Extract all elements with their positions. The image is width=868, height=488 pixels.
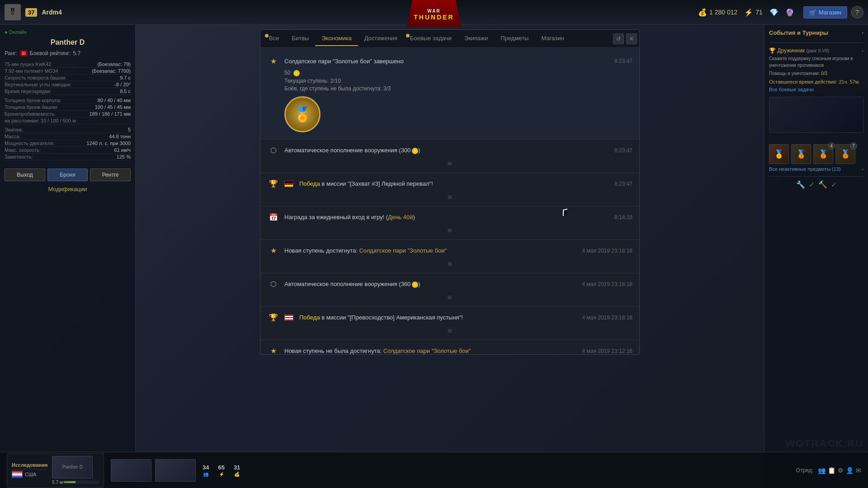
- armor-turret-value: 100 / 45 / 45 мм: [95, 104, 131, 110]
- expand-6: ≋: [267, 293, 632, 302]
- squad-icon-1[interactable]: 👥: [818, 467, 826, 474]
- notif-row-2: ⬡ Автоматическое пополнение вооружения (…: [267, 144, 420, 157]
- traverse-value: 9.7 с: [120, 75, 131, 80]
- ammo-icon-6: ⬡: [267, 278, 280, 291]
- online-indicator: ● Онлайн: [5, 29, 131, 35]
- tab-battles[interactable]: Битвы: [285, 31, 315, 46]
- items-thumbnails: 🏅 🥉 🥉 4 🥉 7: [769, 144, 863, 164]
- item-thumb-2[interactable]: 🥉: [791, 144, 811, 164]
- pen-stat: Бронепробиваемость: 189 / 186 / 171 мм: [5, 111, 131, 117]
- notif-title-4: Награда за ежедневный вход в игру! (День…: [284, 214, 415, 221]
- notif-row-7: 🏆 Победа в миссии "[Превосходство] Амери…: [267, 311, 463, 324]
- notif-time-3: 8:23:47: [614, 181, 632, 187]
- flag-us: [284, 314, 293, 321]
- player-name: Ardm4: [42, 9, 61, 16]
- close-button[interactable]: ✕: [626, 33, 637, 44]
- notification-featured: ★ Солдатское пари "Золотые бои" завершен…: [260, 48, 639, 140]
- notification-8[interactable]: ★ Новая ступень не была достигнута: Солд…: [260, 340, 639, 354]
- mg-stat: 7.92-мм пулемёт MG34 (Боезапас: 7700): [5, 68, 131, 75]
- all-items-link[interactable]: Все неактивные предметы (13) ›: [769, 166, 863, 172]
- star-icon-5: ★: [267, 244, 280, 257]
- pen-value: 189 / 186 / 171 мм: [89, 111, 131, 117]
- vehicle-name: Panther D: [5, 38, 131, 47]
- squad-label: Отряд:: [796, 467, 813, 474]
- war-thunder-logo[interactable]: WAR THUNDER: [407, 0, 461, 27]
- notif-title-3: Победа в миссии "[Захват #3] Ледяной пер…: [299, 180, 433, 187]
- reload-value: 8.5 с: [120, 89, 131, 94]
- xray-button[interactable]: Рентге: [90, 169, 131, 181]
- notif-title-7: Победа в миссии "[Превосходство] Америка…: [299, 314, 463, 321]
- tool-icon[interactable]: 🔧: [796, 180, 805, 189]
- squad-icon-3[interactable]: ⚙: [838, 467, 844, 474]
- top-bar: 🎖 37 Ardm4 WAR THUNDER 💰 1 280 012 ⚡ 71 …: [0, 0, 868, 25]
- notif-header-1: ★ Солдатское пари "Золотые бои" завершен…: [267, 55, 632, 67]
- notif-title-2: Автоматическое пополнение вооружения (30…: [284, 147, 420, 154]
- events-chevron: ›: [862, 30, 863, 35]
- wrench-icon[interactable]: 🔨: [818, 180, 827, 189]
- notification-2[interactable]: ⬡ Автоматическое пополнение вооружения (…: [260, 140, 639, 173]
- tab-crew[interactable]: Экипажи: [458, 31, 495, 46]
- country-name: США: [25, 472, 36, 477]
- exit-button[interactable]: Выход: [5, 169, 45, 181]
- rank-badge: III: [20, 50, 28, 56]
- research-header: Исследования США: [12, 462, 47, 478]
- speed-label: Макс. скорость:: [5, 147, 41, 153]
- notification-4[interactable]: 📅 Награда за ежедневный вход в игру! (Де…: [260, 206, 639, 240]
- squad-title[interactable]: 🏆 Дружинник (ранг II-VII) ›: [769, 47, 863, 54]
- check2-icon[interactable]: ✓: [831, 180, 837, 189]
- tab-items[interactable]: Предметы: [494, 31, 535, 46]
- tab-achievements[interactable]: Достижения: [358, 31, 404, 46]
- mg-detail: (Боезапас: 7700): [92, 68, 131, 74]
- tab-all[interactable]: Все: [263, 31, 285, 46]
- notif-time-8: 4 мая 2019 23:12:16: [582, 348, 632, 354]
- reload-stat: Время перезарядки: 8.5 с: [5, 88, 131, 95]
- shop-label: Магазин: [819, 9, 841, 16]
- item-thumb-4[interactable]: 🥉 7: [835, 144, 855, 164]
- help-button[interactable]: ?: [851, 6, 863, 19]
- events-title[interactable]: События и Турниры ›: [769, 29, 863, 36]
- item-thumb-1[interactable]: 🏅: [769, 144, 789, 164]
- modal-controls: ↺ ✕: [613, 33, 637, 44]
- gold-reward-icon: [293, 70, 300, 76]
- notif-header-6: ⬡ Автоматическое пополнение вооружения (…: [267, 278, 632, 291]
- armor-hull-label: Толщина брони корпуса:: [5, 98, 61, 103]
- squad-icon-2[interactable]: 📋: [828, 467, 835, 474]
- timer-text: Оставшееся время действия: 21ч. 57м.: [769, 79, 863, 84]
- vehicle-thumb-label: Panther D: [62, 465, 83, 469]
- crew-label: Экипаж:: [5, 127, 23, 132]
- checkmark-icon[interactable]: ✓: [809, 180, 815, 189]
- notif-time-6: 4 мая 2019 23:18:18: [582, 281, 632, 287]
- speed-value: 61 км/ч: [114, 147, 131, 153]
- research-progress-bar: [63, 481, 99, 483]
- squad-bar: Отряд: 👥 📋 ⚙ 👤 ✉: [796, 467, 861, 474]
- tab-tasks[interactable]: Боевые задачи: [404, 31, 458, 46]
- tab-shop[interactable]: Магазин: [535, 31, 570, 46]
- refresh-button[interactable]: ↺: [613, 33, 624, 44]
- gold-amount: 71: [755, 9, 763, 16]
- notif-header-8: ★ Новая ступень не была достигнута: Солд…: [267, 345, 632, 354]
- vehicle-rank: Ранг: III Боевой рейтинг: 5.7: [5, 50, 131, 56]
- silver-icon-6: [412, 282, 418, 288]
- item-badge-3: 4: [828, 142, 835, 150]
- notification-5[interactable]: ★ Новая ступень достигнута: Солдатское п…: [260, 240, 639, 273]
- research-title: Исследования: [12, 462, 47, 469]
- vehicle-thumbnail: Panther D: [52, 456, 93, 479]
- premium-icon: 💎: [769, 8, 778, 17]
- notification-3[interactable]: 🏆 Победа в миссии "[Захват #3] Ледяной п…: [260, 173, 639, 206]
- flag-de: [284, 181, 293, 187]
- action-buttons: Выход Броня Рентге: [5, 169, 131, 181]
- notification-7[interactable]: 🏆 Победа в миссии "[Превосходство] Амери…: [260, 307, 639, 340]
- tab-economy[interactable]: Экономика: [315, 31, 358, 46]
- shop-button[interactable]: 🛒 Магазин: [803, 6, 847, 19]
- all-tasks-link[interactable]: Все боевые задачи: [769, 87, 863, 92]
- notification-6[interactable]: ⬡ Автоматическое пополнение вооружения (…: [260, 273, 639, 307]
- squad-icon-4[interactable]: 👤: [846, 467, 854, 474]
- trophy-icon-3: 🏆: [267, 178, 280, 190]
- squad-icon-5[interactable]: ✉: [856, 467, 861, 474]
- armor-button[interactable]: Броня: [47, 169, 88, 181]
- vehicle-rank-bottom: 5.7 м: [52, 480, 63, 485]
- notif-header-4: 📅 Награда за ежедневный вход в игру! (Де…: [267, 211, 632, 224]
- item-thumb-3[interactable]: 🥉 4: [813, 144, 833, 164]
- expand-2: ≋: [267, 159, 632, 168]
- country-flag: [12, 471, 23, 478]
